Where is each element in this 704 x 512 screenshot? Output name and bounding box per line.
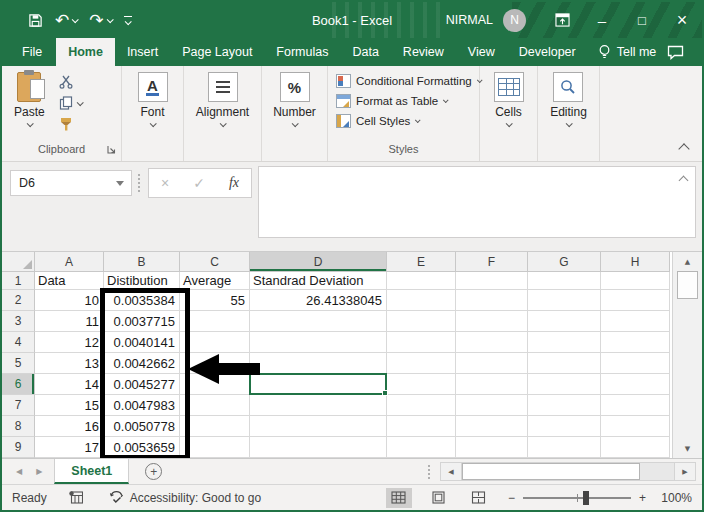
scroll-right-icon[interactable]: ▶ <box>674 462 696 481</box>
tab-file[interactable]: File <box>8 38 56 66</box>
undo-button[interactable]: ↶ <box>55 12 77 29</box>
cell-D7[interactable] <box>250 395 387 416</box>
column-header-A[interactable]: A <box>35 252 104 272</box>
cell-D8[interactable] <box>250 416 387 437</box>
row-header-5[interactable]: 5 <box>2 353 35 374</box>
cell-C3[interactable] <box>180 311 250 332</box>
cell-F5[interactable] <box>456 353 528 374</box>
page-break-preview-button[interactable] <box>466 488 492 508</box>
format-painter-button[interactable] <box>59 117 82 131</box>
zoom-slider[interactable] <box>523 497 631 499</box>
cell-D1[interactable]: Standrad Deviation <box>250 272 387 290</box>
cell-C9[interactable] <box>180 437 250 458</box>
cell-C2[interactable]: 55 <box>180 290 250 311</box>
cell-F6[interactable] <box>456 374 528 395</box>
row-header-9[interactable]: 9 <box>2 437 35 458</box>
cell-E4[interactable] <box>387 332 456 353</box>
number-group-button[interactable]: % Number <box>273 72 316 127</box>
horizontal-scroll-thumb[interactable] <box>462 463 640 480</box>
customize-qat-button[interactable] <box>124 16 132 25</box>
cell-D2[interactable]: 26.41338045 <box>250 290 387 311</box>
font-group-button[interactable]: A Font <box>138 72 168 127</box>
cell-G6[interactable] <box>528 374 601 395</box>
fill-handle[interactable] <box>382 390 388 396</box>
save-button[interactable] <box>28 13 43 28</box>
cell-E8[interactable] <box>387 416 456 437</box>
row-header-6[interactable]: 6 <box>2 374 35 395</box>
tab-view[interactable]: View <box>456 38 507 66</box>
cell-G8[interactable] <box>528 416 601 437</box>
row-header-7[interactable]: 7 <box>2 395 35 416</box>
cell-A3[interactable]: 11 <box>35 311 104 332</box>
cell-D9[interactable] <box>250 437 387 458</box>
active-cell-selection[interactable] <box>249 373 387 395</box>
cell-styles-button[interactable]: Cell Styles <box>336 114 419 128</box>
close-button[interactable]: × <box>662 2 702 38</box>
row-header-8[interactable]: 8 <box>2 416 35 437</box>
column-header-H[interactable]: H <box>601 252 670 272</box>
cell-H5[interactable] <box>601 353 670 374</box>
cell-E3[interactable] <box>387 311 456 332</box>
cell-G2[interactable] <box>528 290 601 311</box>
cell-C1[interactable]: Average <box>180 272 250 290</box>
cell-H9[interactable] <box>601 437 670 458</box>
zoom-level[interactable]: 100% <box>654 491 692 505</box>
tab-page-layout[interactable]: Page Layout <box>170 38 264 66</box>
cells-group-button[interactable]: Cells <box>494 72 524 127</box>
tab-insert[interactable]: Insert <box>115 38 170 66</box>
cell-F9[interactable] <box>456 437 528 458</box>
column-header-D[interactable]: D <box>250 252 387 272</box>
cell-F3[interactable] <box>456 311 528 332</box>
maximize-button[interactable]: □ <box>622 2 662 38</box>
cell-F2[interactable] <box>456 290 528 311</box>
tab-data[interactable]: Data <box>340 38 390 66</box>
cell-A9[interactable]: 17 <box>35 437 104 458</box>
cut-button[interactable] <box>59 75 82 89</box>
select-all-corner[interactable] <box>2 252 35 272</box>
copy-button[interactable] <box>59 96 82 110</box>
cell-G7[interactable] <box>528 395 601 416</box>
cell-A4[interactable]: 12 <box>35 332 104 353</box>
column-header-G[interactable]: G <box>528 252 601 272</box>
redo-dropdown-icon[interactable] <box>106 16 113 23</box>
undo-dropdown-icon[interactable] <box>72 16 79 23</box>
next-sheet-icon[interactable]: ▶ <box>36 467 42 476</box>
row-header-4[interactable]: 4 <box>2 332 35 353</box>
vertical-scrollbar[interactable]: ▲ ▼ <box>672 252 702 458</box>
cell-E1[interactable] <box>387 272 456 290</box>
row-header-3[interactable]: 3 <box>2 311 35 332</box>
tab-review[interactable]: Review <box>391 38 456 66</box>
scroll-left-icon[interactable]: ◀ <box>440 462 462 481</box>
cell-A6[interactable]: 14 <box>35 374 104 395</box>
cell-C8[interactable] <box>180 416 250 437</box>
tell-me-button[interactable]: Tell me <box>588 38 667 66</box>
clipboard-dialog-launcher[interactable] <box>107 145 116 154</box>
zoom-in-button[interactable]: + <box>639 491 646 505</box>
minimize-button[interactable]: – <box>582 2 622 38</box>
cell-F7[interactable] <box>456 395 528 416</box>
cell-C7[interactable] <box>180 395 250 416</box>
accessibility-status[interactable]: Accessibility: Good to go <box>109 490 261 505</box>
conditional-formatting-button[interactable]: Conditional Formatting <box>336 74 481 88</box>
cell-D4[interactable] <box>250 332 387 353</box>
name-box[interactable]: D6 <box>10 170 132 196</box>
scroll-down-icon[interactable]: ▼ <box>673 440 702 457</box>
enter-formula-button[interactable]: ✓ <box>193 175 205 191</box>
column-header-F[interactable]: F <box>456 252 528 272</box>
cell-A1[interactable]: Data <box>35 272 104 290</box>
cell-H4[interactable] <box>601 332 670 353</box>
zoom-slider-thumb[interactable] <box>583 491 589 505</box>
redo-button[interactable]: ↷ <box>89 12 111 29</box>
insert-function-button[interactable]: fx <box>229 175 239 191</box>
previous-sheet-icon[interactable]: ◀ <box>16 467 22 476</box>
zoom-out-button[interactable]: − <box>508 491 515 505</box>
cell-H1[interactable] <box>601 272 670 290</box>
page-layout-view-button[interactable] <box>426 488 452 508</box>
cell-G3[interactable] <box>528 311 601 332</box>
macro-record-button[interactable] <box>69 491 83 504</box>
name-box-dropdown[interactable] <box>109 171 131 195</box>
cell-A7[interactable]: 15 <box>35 395 104 416</box>
tab-home[interactable]: Home <box>56 38 115 66</box>
format-as-table-button[interactable]: Format as Table <box>336 94 447 108</box>
paste-button[interactable]: Paste <box>14 72 45 127</box>
